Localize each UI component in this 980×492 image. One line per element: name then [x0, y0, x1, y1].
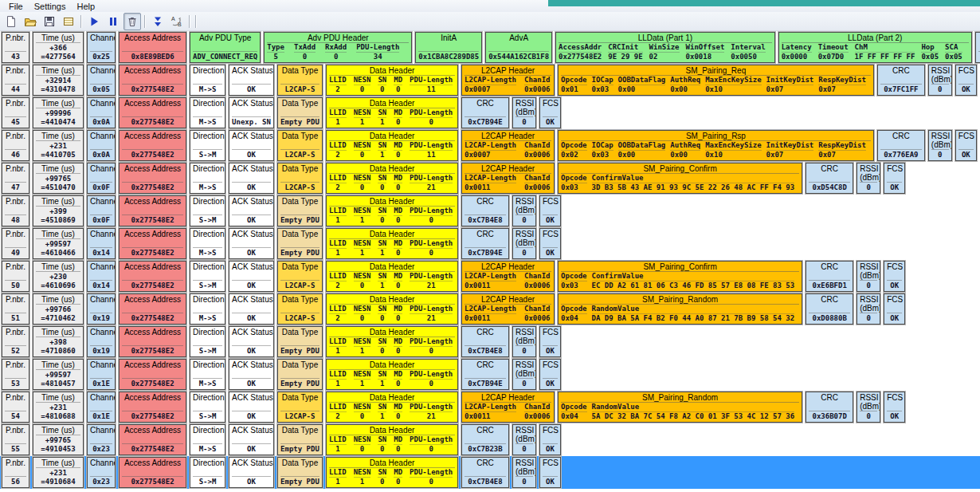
group-column: PDU-Length0 — [410, 468, 453, 486]
cell-value: OK — [543, 215, 558, 225]
fcs-cell: FCSOK — [884, 293, 905, 325]
ack-status-cell: ACK StatusOK — [229, 65, 274, 96]
column-value: 2 — [329, 151, 347, 159]
group-title: SM_Pairing_Random — [561, 393, 799, 403]
ab-capture-icon[interactable]: AB — [168, 13, 186, 30]
cell-value: =4910453 — [36, 445, 80, 454]
save-icon[interactable] — [41, 13, 58, 30]
packet-row-52[interactable]: P.nbr.52Time (us)+398=4710860Channel0x19… — [2, 326, 980, 357]
menu-settings[interactable]: Settings — [29, 2, 72, 11]
cell-label: (dBm) — [515, 238, 533, 247]
cell-label: Data Type — [280, 99, 319, 108]
cell-value: OK — [232, 411, 271, 421]
ack-status-cell: ACK StatusOK — [229, 261, 274, 292]
rssi-cell: RSSI(dBm)0 — [857, 261, 880, 292]
cell-value: +398 — [36, 337, 80, 347]
pause-icon[interactable] — [104, 13, 122, 30]
group-title: Data Header — [329, 393, 455, 403]
lldata-part1-cell: LLData (Part 1)AccessAddr0x277548E2CRCIn… — [555, 32, 775, 63]
cell-label: (dBm) — [515, 108, 533, 116]
data-header-cell: Data HeaderLLID2NESN0SN1MD0PDU-Length21 — [326, 392, 458, 423]
play-icon[interactable] — [85, 13, 103, 30]
cell-label: Time (us) — [36, 262, 80, 271]
trash-icon[interactable] — [123, 13, 141, 30]
group-column: ConfirmValueEC DD A2 61 81 06 C3 46 FD 8… — [592, 272, 795, 290]
notebook-icon[interactable] — [60, 13, 77, 30]
cell-label: Data Type — [280, 197, 319, 206]
cell-value: +230 — [36, 271, 80, 281]
column-value: 0 — [378, 183, 386, 192]
cell-value: 0x277548E2 — [122, 84, 183, 94]
rssi-cell: RSSI(dBm)0 — [512, 97, 536, 128]
column-header: SN — [378, 207, 386, 216]
cell-label: Access Address — [122, 164, 183, 173]
cell-value: 0x277548E2 — [122, 476, 183, 486]
direction-cell: DirectionM->S — [190, 97, 225, 128]
rssi-cell: RSSI(dBm)0 — [857, 163, 880, 194]
cell-value: OK — [232, 378, 271, 388]
packet-row-band: P.nbr.55Time (us)+99765=4910453Channel0x… — [0, 423, 980, 456]
group-column: MD0 — [394, 337, 402, 356]
packet-row-49[interactable]: P.nbr.49Time (us)+99597=4610466Channel0x… — [2, 228, 980, 259]
column-value: 0x00 — [670, 85, 700, 94]
sm-pairing-req-cell: SM_Pairing_ReqOpcode0x01IOCap0x03OOBData… — [558, 65, 874, 96]
group-column: NESN0 — [354, 403, 371, 421]
cell-value: 0x1E — [90, 378, 112, 388]
group-column: Opcode0x04 — [561, 305, 587, 323]
new-file-icon[interactable] — [2, 13, 20, 30]
column-header: PDU-Length — [410, 370, 453, 380]
column-header: NESN — [354, 207, 371, 216]
column-value: 0 — [378, 85, 386, 94]
group-title: Data Header — [329, 328, 455, 337]
group-columns: LLID1NESN0SN0MD0PDU-Length0 — [329, 435, 455, 454]
column-value: 0x0018 — [686, 53, 725, 61]
group-title: Data Header — [329, 132, 455, 141]
cell-value: +231 — [36, 140, 80, 151]
packet-row-51[interactable]: P.nbr.51Time (us)+99766=4710462Channel0x… — [2, 293, 980, 325]
packet-row-46[interactable]: P.nbr.46Time (us)+231=4410705Channel0x0A… — [2, 130, 980, 161]
menu-file[interactable]: File — [3, 2, 29, 11]
menu-help[interactable]: Help — [71, 2, 100, 11]
cell-label: Direction — [193, 426, 222, 435]
cell-value: 43 — [5, 51, 26, 61]
data-type-cell: Data TypeL2CAP-S — [277, 163, 323, 194]
cell-value: Empty PDU — [280, 345, 319, 356]
packet-row-54[interactable]: P.nbr.54Time (us)+231=4810688Channel0x1E… — [2, 392, 980, 423]
fcs-cell: FCSOK — [539, 228, 561, 259]
column-header: NESN — [354, 76, 371, 85]
packet-row-43[interactable]: P.nbr.43Time (us)+366=4277564Channel0x25… — [2, 32, 980, 63]
group-columns: LLID1NESN1SN0MD0PDU-Length0 — [329, 468, 455, 486]
cell-value: +99765 — [36, 435, 80, 445]
column-value: 1 — [354, 216, 371, 225]
packet-row-56[interactable]: P.nbr.56Time (us)+231=4910684Channel0x23… — [2, 457, 980, 488]
group-column: AuthReq0x00 — [670, 141, 700, 159]
packet-row-53[interactable]: P.nbr.53Time (us)+99597=4810457Channel0x… — [2, 359, 980, 390]
packet-row-44[interactable]: P.nbr.44Time (us)+32914=4310478Channel0x… — [2, 65, 980, 96]
data-header-cell: Data HeaderLLID1NESN1SN0MD0PDU-Length0 — [326, 195, 458, 226]
group-title: Data Header — [329, 360, 455, 370]
group-column: MaxEncKeySize0x10 — [705, 76, 761, 94]
rssi-cell: RSSI(dBm)0 — [512, 228, 536, 259]
packet-row-47[interactable]: P.nbr.47Time (us)+99765=4510470Channel0x… — [2, 163, 980, 194]
cell-value: OK — [232, 476, 271, 486]
group-title: Data Header — [329, 66, 455, 76]
group-column: Opcode0x02 — [561, 141, 587, 159]
packet-row-50[interactable]: P.nbr.50Time (us)+230=4610696Channel0x14… — [2, 261, 980, 292]
column-header: ChanId — [524, 174, 551, 183]
packet-row-55[interactable]: P.nbr.55Time (us)+99765=4910453Channel0x… — [2, 424, 980, 455]
packet-row-48[interactable]: P.nbr.48Time (us)+399=4510869Channel0x0F… — [2, 195, 980, 226]
column-value: 0 — [354, 412, 371, 421]
group-column: LLID1 — [329, 108, 347, 127]
packet-row-45[interactable]: P.nbr.45Time (us)+99996=4410474Channel0x… — [2, 97, 980, 128]
group-title: SM_Pairing_Random — [561, 295, 799, 305]
ack-status-cell: ACK StatusOK — [229, 392, 274, 423]
double-down-arrow-icon[interactable] — [149, 13, 167, 30]
column-value: 0 — [410, 380, 453, 388]
column-value: 0 — [394, 85, 402, 94]
open-folder-icon[interactable] — [22, 13, 39, 30]
rssi-cell: RSSI(dBm)0 — [512, 424, 536, 455]
cell-label: Access Address — [122, 33, 183, 42]
cell-value: 54 — [5, 411, 26, 421]
group-columns: LLID2NESN0SN1MD0PDU-Length11 — [329, 141, 455, 159]
fcs-cell: FCSOK — [884, 392, 905, 423]
